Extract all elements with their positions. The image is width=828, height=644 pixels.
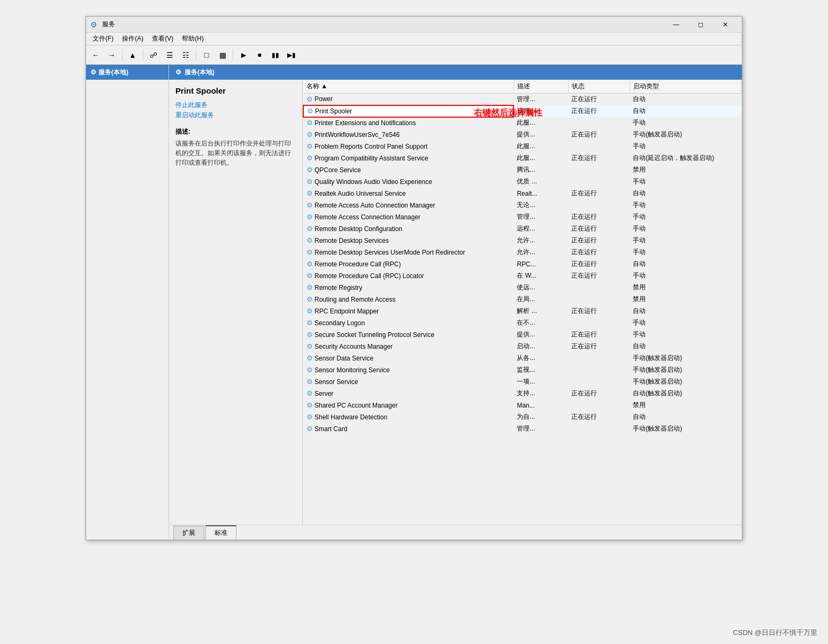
gear-icon: ⚙ xyxy=(306,178,313,186)
service-status: 正在运行 xyxy=(568,94,630,105)
table-row[interactable]: ⚙Remote Desktop Configuration远程...正在运行手动 xyxy=(303,223,742,235)
gear-icon: ⚙ xyxy=(306,95,313,103)
table-row[interactable]: ⚙Remote Access Auto Connection Manager无论… xyxy=(303,200,742,211)
table-row[interactable]: ⚙Remote Access Connection Manager管理...正在… xyxy=(303,211,742,223)
gear-icon: ⚙ xyxy=(306,295,313,303)
service-startup: 禁用 xyxy=(630,294,741,305)
list-button[interactable]: ☰ xyxy=(162,48,177,63)
col-header-status[interactable]: 状态 xyxy=(568,80,630,94)
service-status: 正在运行 xyxy=(568,211,630,223)
menu-action[interactable]: 操作(A) xyxy=(118,33,148,45)
gear-icon: ⚙ xyxy=(306,319,313,327)
table-row[interactable]: ⚙QPCore Service腾讯...禁用 xyxy=(303,164,742,176)
service-name: PrintWorkflowUserSvc_7e546 xyxy=(315,131,400,139)
menu-view[interactable]: 查看(V) xyxy=(148,33,178,45)
forward-button[interactable]: → xyxy=(104,48,119,63)
gear-icon: ⚙ xyxy=(306,142,313,150)
service-name: Print Spooler xyxy=(315,108,352,115)
icon-button[interactable]: □ xyxy=(199,48,214,63)
table-row[interactable]: ⚙Secure Socket Tunneling Protocol Servic… xyxy=(303,329,742,341)
up-button[interactable]: ▲ xyxy=(125,48,140,63)
window-controls: — ◻ ✕ xyxy=(664,17,738,33)
table-row[interactable]: ⚙PrintWorkflowUserSvc_7e546提供...正在运行手动(触… xyxy=(303,129,742,141)
table-row[interactable]: ⚙Remote Desktop Services UserMode Port R… xyxy=(303,247,742,258)
service-desc: 在局... xyxy=(513,294,568,305)
table-row[interactable]: ⚙Quality Windows Audio Video Experience优… xyxy=(303,176,742,188)
table-row[interactable]: ⚙Shared PC Account ManagerMan...禁用 xyxy=(303,400,742,411)
stop-service-link[interactable]: 停止此服务 xyxy=(175,101,296,110)
table-row[interactable]: ⚙RPC Endpoint Mapper解析 ...正在运行自动 xyxy=(303,305,742,317)
show-hide-button[interactable]: ☍ xyxy=(146,48,161,63)
service-status xyxy=(568,294,630,305)
service-status: 正在运行 xyxy=(568,341,630,352)
service-name: Sensor Service xyxy=(315,378,358,386)
gear-icon: ⚙ xyxy=(307,107,313,115)
restart-service-link[interactable]: 重启动此服务 xyxy=(175,111,296,120)
col-header-name[interactable]: 名称 ▲ xyxy=(303,80,513,94)
service-desc: 管理... xyxy=(513,94,568,105)
service-desc: 启动... xyxy=(513,341,568,352)
table-row[interactable]: ⚙Realtek Audio Universal ServiceRealt...… xyxy=(303,188,742,200)
table-row[interactable]: ⚙Remote Desktop Services允许...正在运行手动 xyxy=(303,235,742,247)
gear-icon: ⚙ xyxy=(306,331,313,339)
table-row[interactable]: ⚙Shell Hardware Detection为自...正在运行自动 xyxy=(303,411,742,423)
service-name: Problem Reports Control Panel Support xyxy=(315,143,427,150)
table-row[interactable]: ⚙Sensor Service一项...手动(触发器启动) xyxy=(303,376,742,388)
details-button[interactable]: ☷ xyxy=(178,48,193,63)
table-row[interactable]: ⚙Problem Reports Control Panel Support此服… xyxy=(303,141,742,152)
table-row[interactable]: ⚙Server支持...正在运行自动(触发器启动) xyxy=(303,388,742,400)
service-startup: 自动 xyxy=(630,258,741,270)
menu-help[interactable]: 帮助(H) xyxy=(178,33,208,45)
gear-icon: ⚙ xyxy=(306,354,313,362)
service-desc: 允许... xyxy=(513,235,568,247)
table-row[interactable]: ⚙Remote Registry使远...禁用 xyxy=(303,282,742,294)
gear-icon: ⚙ xyxy=(306,119,313,127)
table-row[interactable]: ⚙Remote Procedure Call (RPC) Locator在 W.… xyxy=(303,270,742,282)
back-button[interactable]: ← xyxy=(88,48,103,63)
restart-service-button[interactable]: ▶▮ xyxy=(284,48,299,63)
service-name: Smart Card xyxy=(315,425,347,433)
stop-service-button[interactable]: ■ xyxy=(252,48,267,63)
service-desc: 在 W... xyxy=(513,270,568,282)
service-status xyxy=(568,176,630,188)
close-button[interactable]: ✕ xyxy=(713,17,738,33)
service-status xyxy=(568,164,630,176)
service-startup: 自动 xyxy=(630,105,741,117)
table-row[interactable]: ⚙Program Compatibility Assistant Service… xyxy=(303,152,742,164)
title-bar: ⚙ 服务 — ◻ ✕ xyxy=(86,17,742,33)
table-row[interactable]: ⚙Smart Card管理...手动(触发器启动) xyxy=(303,423,742,435)
pause-service-button[interactable]: ▮▮ xyxy=(268,48,283,63)
service-startup: 禁用 xyxy=(630,282,741,294)
service-name: Remote Access Auto Connection Manager xyxy=(315,202,435,209)
tab-standard[interactable]: 标准 xyxy=(205,525,236,540)
table-row[interactable]: ⚙Secondary Logon在不...手动 xyxy=(303,317,742,329)
maximize-button[interactable]: ◻ xyxy=(688,17,713,33)
table-row[interactable]: ⚙Print Spooler该服...正在运行自动 xyxy=(303,105,742,117)
gear-icon: ⚙ xyxy=(306,401,313,409)
table-row[interactable]: ⚙Security Accounts Manager启动...正在运行自动 xyxy=(303,341,742,352)
services-table-container[interactable]: 名称 ▲ 描述 状态 启动类型 ⚙Power管理...正在运行自动⚙Print … xyxy=(303,80,742,525)
services-window: ⚙ 服务 — ◻ ✕ 文件(F) 操作(A) 查看(V) 帮助(H) ← → ▲… xyxy=(86,16,742,540)
table-row[interactable]: ⚙Power管理...正在运行自动 xyxy=(303,94,742,105)
table-row[interactable]: ⚙Remote Procedure Call (RPC)RPC...正在运行自动 xyxy=(303,258,742,270)
table-row[interactable]: ⚙Printer Extensions and Notifications此服.… xyxy=(303,117,742,129)
service-desc: 从各... xyxy=(513,352,568,364)
service-startup: 禁用 xyxy=(630,400,741,411)
col-header-startup[interactable]: 启动类型 xyxy=(630,80,741,94)
service-desc: 该服... xyxy=(513,105,568,117)
table-row[interactable]: ⚙Routing and Remote Access在局...禁用 xyxy=(303,294,742,305)
menu-file[interactable]: 文件(F) xyxy=(88,33,118,45)
service-status: 正在运行 xyxy=(568,258,630,270)
minimize-button[interactable]: — xyxy=(664,17,688,33)
grid-button[interactable]: ▦ xyxy=(215,48,230,63)
col-header-desc[interactable]: 描述 xyxy=(513,80,568,94)
table-row[interactable]: ⚙Sensor Monitoring Service监视...手动(触发器启动) xyxy=(303,364,742,376)
toolbar-sep-2 xyxy=(143,49,143,61)
tab-extend[interactable]: 扩展 xyxy=(173,526,204,540)
gear-icon: ⚙ xyxy=(306,283,313,292)
start-service-button[interactable]: ▶ xyxy=(236,48,251,63)
service-desc: 此服... xyxy=(513,152,568,164)
service-startup: 手动 xyxy=(630,329,741,341)
service-name: RPC Endpoint Mapper xyxy=(315,308,379,315)
table-row[interactable]: ⚙Sensor Data Service从各...手动(触发器启动) xyxy=(303,352,742,364)
